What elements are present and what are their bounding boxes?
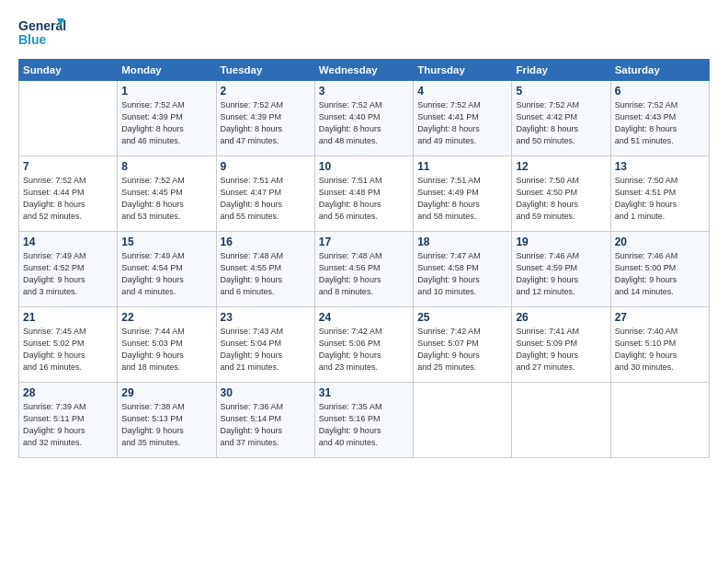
- day-number: 29: [121, 386, 211, 399]
- week-row-5: 28Sunrise: 7:39 AMSunset: 5:11 PMDayligh…: [19, 383, 710, 458]
- weekday-monday: Monday: [118, 60, 216, 81]
- day-number: 5: [516, 85, 606, 98]
- calendar-cell: 29Sunrise: 7:38 AMSunset: 5:13 PMDayligh…: [118, 383, 216, 458]
- day-number: 18: [417, 236, 507, 248]
- weekday-saturday: Saturday: [610, 60, 709, 81]
- day-info: Sunrise: 7:48 AMSunset: 4:56 PMDaylight:…: [319, 251, 382, 296]
- calendar-cell: 30Sunrise: 7:36 AMSunset: 5:14 PMDayligh…: [216, 383, 314, 458]
- day-info: Sunrise: 7:36 AMSunset: 5:14 PMDaylight:…: [221, 402, 284, 447]
- day-number: 24: [319, 311, 409, 324]
- calendar-cell: 14Sunrise: 7:49 AMSunset: 4:52 PMDayligh…: [19, 232, 118, 307]
- day-info: Sunrise: 7:40 AMSunset: 5:10 PMDaylight:…: [615, 327, 678, 372]
- calendar-cell: [414, 383, 512, 458]
- day-number: 19: [516, 236, 606, 248]
- week-row-2: 7Sunrise: 7:52 AMSunset: 4:44 PMDaylight…: [19, 156, 710, 232]
- week-row-1: 1Sunrise: 7:52 AMSunset: 4:39 PMDaylight…: [19, 81, 710, 156]
- calendar-cell: 26Sunrise: 7:41 AMSunset: 5:09 PMDayligh…: [512, 307, 610, 383]
- weekday-header-row: SundayMondayTuesdayWednesdayThursdayFrid…: [19, 60, 710, 81]
- day-number: 11: [417, 160, 507, 173]
- calendar-cell: 6Sunrise: 7:52 AMSunset: 4:43 PMDaylight…: [610, 81, 709, 156]
- day-info: Sunrise: 7:42 AMSunset: 5:07 PMDaylight:…: [417, 327, 481, 372]
- day-info: Sunrise: 7:42 AMSunset: 5:06 PMDaylight:…: [319, 327, 382, 372]
- day-number: 25: [417, 311, 507, 324]
- day-info: Sunrise: 7:46 AMSunset: 4:59 PMDaylight:…: [516, 251, 579, 296]
- day-number: 31: [319, 386, 409, 399]
- weekday-friday: Friday: [512, 60, 610, 81]
- day-number: 15: [121, 236, 211, 248]
- day-info: Sunrise: 7:47 AMSunset: 4:58 PMDaylight:…: [417, 251, 481, 296]
- calendar-cell: 9Sunrise: 7:51 AMSunset: 4:47 PMDaylight…: [216, 156, 314, 232]
- weekday-wednesday: Wednesday: [314, 60, 413, 81]
- calendar-cell: 25Sunrise: 7:42 AMSunset: 5:07 PMDayligh…: [414, 307, 512, 383]
- day-number: 22: [121, 311, 211, 324]
- calendar-cell: 13Sunrise: 7:50 AMSunset: 4:51 PMDayligh…: [610, 156, 709, 232]
- calendar-cell: 16Sunrise: 7:48 AMSunset: 4:55 PMDayligh…: [216, 232, 314, 307]
- logo-svg: General Blue: [18, 17, 66, 50]
- day-info: Sunrise: 7:48 AMSunset: 4:55 PMDaylight:…: [221, 251, 284, 296]
- calendar-cell: 4Sunrise: 7:52 AMSunset: 4:41 PMDaylight…: [414, 81, 512, 156]
- day-number: 17: [319, 236, 409, 248]
- calendar-cell: 21Sunrise: 7:45 AMSunset: 5:02 PMDayligh…: [19, 307, 118, 383]
- calendar-cell: 23Sunrise: 7:43 AMSunset: 5:04 PMDayligh…: [216, 307, 314, 383]
- calendar-cell: 18Sunrise: 7:47 AMSunset: 4:58 PMDayligh…: [414, 232, 512, 307]
- day-info: Sunrise: 7:52 AMSunset: 4:40 PMDaylight:…: [319, 100, 382, 145]
- day-info: Sunrise: 7:41 AMSunset: 5:09 PMDaylight:…: [516, 327, 579, 372]
- day-number: 23: [221, 311, 311, 324]
- day-number: 16: [221, 236, 311, 248]
- calendar-cell: 2Sunrise: 7:52 AMSunset: 4:39 PMDaylight…: [216, 81, 314, 156]
- day-info: Sunrise: 7:38 AMSunset: 5:13 PMDaylight:…: [121, 402, 185, 447]
- calendar-cell: 31Sunrise: 7:35 AMSunset: 5:16 PMDayligh…: [314, 383, 413, 458]
- calendar-cell: 17Sunrise: 7:48 AMSunset: 4:56 PMDayligh…: [314, 232, 413, 307]
- day-number: 21: [23, 311, 113, 324]
- calendar-cell: 5Sunrise: 7:52 AMSunset: 4:42 PMDaylight…: [512, 81, 610, 156]
- calendar-cell: 11Sunrise: 7:51 AMSunset: 4:49 PMDayligh…: [414, 156, 512, 232]
- day-info: Sunrise: 7:52 AMSunset: 4:42 PMDaylight:…: [516, 100, 579, 145]
- day-number: 26: [516, 311, 606, 324]
- calendar-cell: 24Sunrise: 7:42 AMSunset: 5:06 PMDayligh…: [314, 307, 413, 383]
- weekday-sunday: Sunday: [19, 60, 118, 81]
- weekday-thursday: Thursday: [414, 60, 512, 81]
- calendar-cell: [19, 81, 118, 156]
- day-info: Sunrise: 7:45 AMSunset: 5:02 PMDaylight:…: [23, 327, 86, 372]
- calendar-table: SundayMondayTuesdayWednesdayThursdayFrid…: [18, 59, 710, 458]
- day-info: Sunrise: 7:43 AMSunset: 5:04 PMDaylight:…: [221, 327, 284, 372]
- calendar-cell: 20Sunrise: 7:46 AMSunset: 5:00 PMDayligh…: [610, 232, 709, 307]
- day-number: 10: [319, 160, 409, 173]
- calendar-cell: 15Sunrise: 7:49 AMSunset: 4:54 PMDayligh…: [118, 232, 216, 307]
- logo: General Blue: [18, 17, 66, 50]
- calendar-cell: 10Sunrise: 7:51 AMSunset: 4:48 PMDayligh…: [314, 156, 413, 232]
- calendar-cell: 8Sunrise: 7:52 AMSunset: 4:45 PMDaylight…: [118, 156, 216, 232]
- day-info: Sunrise: 7:52 AMSunset: 4:41 PMDaylight:…: [417, 100, 481, 145]
- calendar-cell: 28Sunrise: 7:39 AMSunset: 5:11 PMDayligh…: [19, 383, 118, 458]
- week-row-4: 21Sunrise: 7:45 AMSunset: 5:02 PMDayligh…: [19, 307, 710, 383]
- day-info: Sunrise: 7:50 AMSunset: 4:50 PMDaylight:…: [516, 176, 579, 221]
- day-info: Sunrise: 7:52 AMSunset: 4:39 PMDaylight:…: [221, 100, 284, 145]
- weekday-tuesday: Tuesday: [216, 60, 314, 81]
- day-info: Sunrise: 7:52 AMSunset: 4:44 PMDaylight:…: [23, 176, 86, 221]
- day-info: Sunrise: 7:46 AMSunset: 5:00 PMDaylight:…: [615, 251, 678, 296]
- calendar-cell: [512, 383, 610, 458]
- day-info: Sunrise: 7:51 AMSunset: 4:48 PMDaylight:…: [319, 176, 382, 221]
- calendar-cell: 1Sunrise: 7:52 AMSunset: 4:39 PMDaylight…: [118, 81, 216, 156]
- day-info: Sunrise: 7:35 AMSunset: 5:16 PMDaylight:…: [319, 402, 382, 447]
- day-number: 27: [615, 311, 705, 324]
- day-number: 3: [319, 85, 409, 98]
- day-number: 1: [121, 85, 211, 98]
- day-number: 13: [615, 160, 705, 173]
- day-number: 14: [23, 236, 113, 248]
- day-info: Sunrise: 7:52 AMSunset: 4:39 PMDaylight:…: [121, 100, 185, 145]
- day-number: 28: [23, 386, 113, 399]
- svg-text:Blue: Blue: [18, 32, 47, 47]
- day-number: 9: [221, 160, 311, 173]
- calendar-cell: 22Sunrise: 7:44 AMSunset: 5:03 PMDayligh…: [118, 307, 216, 383]
- day-number: 6: [615, 85, 705, 98]
- day-info: Sunrise: 7:50 AMSunset: 4:51 PMDaylight:…: [615, 176, 678, 221]
- calendar-cell: [610, 383, 709, 458]
- calendar-cell: 19Sunrise: 7:46 AMSunset: 4:59 PMDayligh…: [512, 232, 610, 307]
- day-number: 7: [23, 160, 113, 173]
- week-row-3: 14Sunrise: 7:49 AMSunset: 4:52 PMDayligh…: [19, 232, 710, 307]
- day-info: Sunrise: 7:52 AMSunset: 4:43 PMDaylight:…: [615, 100, 678, 145]
- day-info: Sunrise: 7:49 AMSunset: 4:54 PMDaylight:…: [121, 251, 185, 296]
- day-info: Sunrise: 7:51 AMSunset: 4:49 PMDaylight:…: [417, 176, 481, 221]
- calendar-cell: 3Sunrise: 7:52 AMSunset: 4:40 PMDaylight…: [314, 81, 413, 156]
